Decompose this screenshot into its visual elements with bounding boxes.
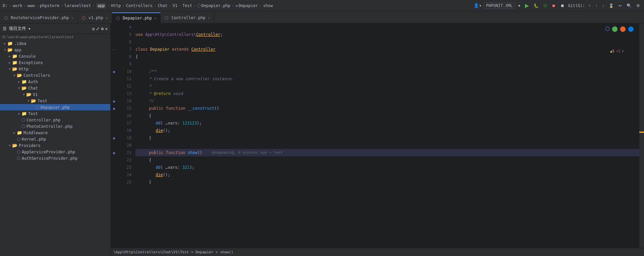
sidebar-item-console[interactable]: ▶ 📁 Console	[0, 53, 110, 59]
git-revert-btn[interactable]: ↩	[617, 3, 623, 9]
breadcrumb-controllers[interactable]: Controllers	[126, 3, 153, 8]
sidebar-item-appserviceprovider[interactable]: ⬡ AppServiceProvider.php	[0, 149, 110, 155]
stop-square-button[interactable]: ⏹	[559, 3, 566, 9]
line-num-17: 17	[117, 119, 131, 127]
sidebar-item-controller-php[interactable]: ⬡ Controller.php	[0, 117, 110, 123]
tab-depapier[interactable]: ⬡ Depapier.php ✕	[112, 12, 161, 23]
sidebar-item-test-outer[interactable]: ▶ 📁 Test	[0, 110, 110, 117]
photocontroller-label: PhotoController.php	[26, 124, 72, 129]
exceptions-arrow: ▶	[7, 61, 12, 64]
v1-label: V1	[33, 92, 38, 97]
settings-btn[interactable]: ⚙	[635, 3, 641, 9]
breadcrumb-depapier-class[interactable]: Depapier	[238, 3, 258, 8]
controllers-label: Controllers	[23, 73, 50, 78]
sidebar-item-depapier-php[interactable]: ⬡ Depapier.php	[0, 104, 110, 110]
sidebar-expand-icon[interactable]: ⤢	[96, 26, 100, 31]
edge-icon[interactable]: ⬤	[628, 25, 634, 32]
search-btn[interactable]: 🔍	[625, 3, 633, 9]
stop-button[interactable]: ⏺	[550, 3, 557, 9]
breadcrumb-chat[interactable]: Chat	[158, 3, 167, 8]
tab-routeserviceprovider-close[interactable]: ✕	[71, 16, 73, 20]
breadcrumb-laraveltest[interactable]: laraveltest	[64, 3, 91, 8]
breadcrumb-app[interactable]: app	[96, 3, 106, 8]
chrome-icon[interactable]: ⬤	[612, 25, 618, 32]
sidebar-item-v1[interactable]: ▼ 📂 V1	[0, 91, 110, 98]
breadcrumb-sep2: ›	[24, 3, 26, 8]
git-push-btn[interactable]: ↑	[594, 3, 599, 9]
gutter-15-bookmark[interactable]: ◉	[111, 105, 117, 112]
dropdown-btn[interactable]: ▾	[517, 3, 522, 9]
sidebar-close-icon[interactable]: ✕	[105, 26, 108, 31]
breadcrumb-http[interactable]: Http	[111, 3, 121, 8]
gutter-21-bookmark[interactable]: ◉	[111, 149, 117, 156]
fn-die-18: die	[156, 127, 163, 134]
tab-v1-close[interactable]: ✕	[105, 16, 108, 20]
breadcrumb-v1[interactable]: V1	[172, 3, 177, 8]
sidebar-item-providers[interactable]: ▼ 📂 Providers	[0, 142, 110, 149]
sidebar-item-photocontroller[interactable]: ⬡ PhotoController.php	[0, 123, 110, 130]
gutter-8	[111, 53, 117, 60]
breadcrumb-work[interactable]: work	[13, 3, 22, 8]
photocontroller-icon: ⬡	[21, 124, 25, 129]
breadcrumb-phpstorm[interactable]: phpstorm	[40, 3, 59, 8]
sidebar-item-idea[interactable]: ▶ 📁 .idea	[0, 40, 110, 47]
git-pull-btn[interactable]: ↓	[601, 3, 605, 9]
gutter-19-bookmark[interactable]: ◉	[111, 134, 117, 142]
gutter-7[interactable]: ⌐	[111, 46, 117, 53]
sidebar-item-authserviceprovider[interactable]: ⬡ AuthServiceProvider.php	[0, 155, 110, 161]
code-editor[interactable]: use App\Http\Controllers\Controller; cla…	[134, 23, 639, 248]
breadcrumb-depapier-php[interactable]: Depapier.php	[201, 3, 230, 8]
breadcrumb-show[interactable]: show	[263, 3, 273, 8]
right-gutter	[639, 23, 644, 248]
sidebar-header: ☰ 项目文件 ▾ ◎ ⤢ ⚙ ✕	[0, 23, 110, 34]
sidebar-dropdown-icon[interactable]: ▾	[28, 26, 31, 31]
line-num-16: 16	[117, 112, 131, 119]
tab-controller[interactable]: ⬡ Controller.php ✕	[161, 12, 214, 23]
sidebar-item-kernel[interactable]: ⬡ Kernel.php	[0, 136, 110, 142]
warning-bar: ▲5 ↑1 ↑	[610, 49, 624, 53]
sidebar-scope-icon[interactable]: ◎	[92, 26, 95, 31]
gutter-10-bookmark[interactable]: ◉	[111, 68, 117, 75]
annotation-return: @return	[154, 90, 171, 97]
coverage-button[interactable]: ☑	[542, 3, 548, 9]
sidebar-menu-icon[interactable]: ☰	[3, 26, 7, 31]
run-button[interactable]: ▶	[524, 2, 530, 9]
tab-routeserviceprovider[interactable]: ⬡ RouteServiceProvider.php ✕	[0, 12, 78, 23]
tab-depapier-close[interactable]: ✕	[154, 16, 157, 20]
sidebar-item-chat[interactable]: ▼ 📂 Chat	[0, 85, 110, 91]
up-arrow[interactable]: ↑	[622, 49, 624, 53]
gutter-14-bookmark[interactable]: ◉	[111, 97, 117, 105]
tab-controller-label: Controller.php	[171, 15, 205, 20]
tab-routeserviceprovider-label: RouteServiceProvider.php	[11, 15, 69, 20]
sidebar-item-test-inner[interactable]: ▼ 📂 Test	[0, 98, 110, 104]
auth-label: Auth	[28, 80, 38, 84]
git-history-btn[interactable]: ⌛	[607, 3, 615, 9]
tab-v1[interactable]: ⬡ v1.php ✕	[78, 12, 112, 23]
phpunit-label[interactable]: PHPUNIT.XML	[484, 3, 515, 9]
breadcrumb-www[interactable]: www	[28, 3, 35, 8]
tab-controller-close[interactable]: ✕	[208, 16, 210, 20]
firefox-icon[interactable]: ⬤	[620, 25, 626, 32]
num-321: 321	[182, 164, 190, 171]
line-num-4: 4	[117, 23, 131, 31]
line-num-8: 8	[117, 53, 131, 60]
breadcrumb-test[interactable]: Test	[182, 3, 192, 8]
sidebar-item-app[interactable]: ▼ 📂 app	[0, 47, 110, 53]
sidebar-gear-icon[interactable]: ⚙	[101, 26, 104, 31]
devtools-icon[interactable]: ⬡	[605, 25, 610, 32]
git-branch-btn[interactable]: ⑂	[587, 3, 592, 9]
debug-button[interactable]: 🐛	[532, 3, 540, 9]
app-folder-icon: 📂	[7, 47, 13, 52]
breadcrumb-class-icon: ◈	[235, 3, 238, 8]
sidebar-item-controllers[interactable]: ▼ 📂 Controllers	[0, 72, 110, 79]
code-line-19: }	[136, 134, 639, 142]
line-num-9: 9	[117, 60, 131, 68]
sidebar-item-middleware[interactable]: ▶ 📁 Middleware	[0, 130, 110, 136]
user-icon[interactable]: 👤▾	[474, 3, 482, 8]
sidebar-item-http[interactable]: ▼ 📂 Http	[0, 66, 110, 72]
sidebar: ☰ 项目文件 ▾ ◎ ⤢ ⚙ ✕ D:\work\www\phpstorm\la…	[0, 23, 111, 256]
sidebar-item-auth[interactable]: ▶ 📁 Auth	[0, 79, 110, 85]
class-depapier: Depapier	[150, 46, 172, 53]
sidebar-item-exceptions[interactable]: ▶ 📁 Exceptions	[0, 59, 110, 66]
appserviceprovider-icon: ⬡	[17, 149, 20, 154]
